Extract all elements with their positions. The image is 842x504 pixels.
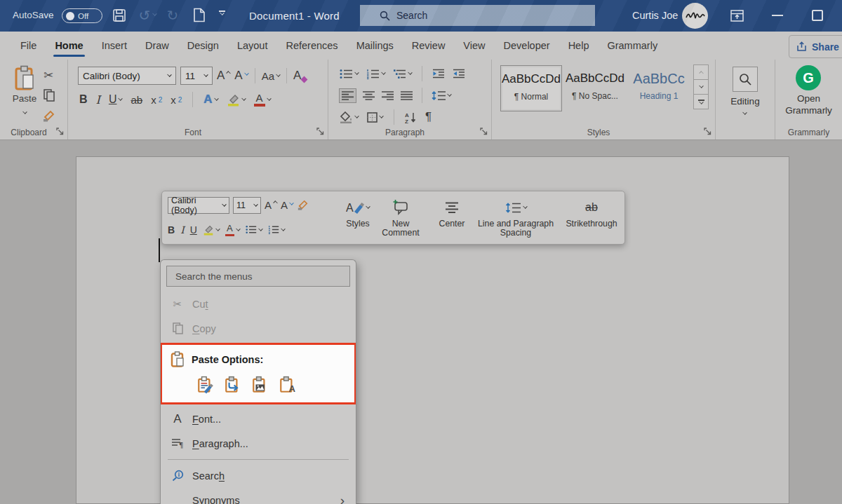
styles-scroll-up-button[interactable] — [693, 64, 709, 80]
mini-new-comment-button[interactable]: New Comment — [375, 196, 426, 241]
customize-qat-button[interactable] — [219, 11, 225, 15]
new-document-button[interactable] — [191, 6, 208, 23]
justify-button[interactable] — [401, 91, 413, 100]
borders-button[interactable] — [367, 112, 383, 123]
redo-button[interactable]: ↻ — [164, 7, 181, 24]
italic-button[interactable]: I — [96, 93, 100, 107]
paste-keep-text-only-button[interactable]: A — [279, 376, 297, 394]
mini-center-button[interactable]: Center — [433, 196, 471, 241]
menu-item-paragraph[interactable]: ¶ Paragraph... — [161, 431, 356, 456]
font-color-button[interactable]: A — [254, 93, 271, 107]
cut-button[interactable]: ✂ — [44, 68, 53, 83]
paragraph-dialog-launcher[interactable] — [480, 128, 488, 135]
mini-font-size-combo[interactable]: 11 — [233, 197, 261, 214]
mini-strikethrough-button[interactable]: ab Strikethrough — [561, 196, 622, 241]
style-normal[interactable]: AaBbCcDd ¶ Normal — [500, 65, 562, 111]
bullets-button[interactable] — [340, 69, 359, 79]
paste-keep-source-formatting-button[interactable] — [196, 376, 215, 394]
menu-item-font[interactable]: A Font... — [161, 407, 356, 431]
tab-design[interactable]: Design — [178, 32, 228, 60]
avatar[interactable] — [682, 3, 708, 29]
tab-draw[interactable]: Draw — [136, 32, 178, 60]
mini-numbering-button[interactable] — [268, 225, 285, 234]
clear-formatting-button[interactable]: A — [293, 69, 307, 83]
menu-item-search[interactable]: Search — [161, 463, 356, 488]
tab-developer[interactable]: Developer — [495, 32, 559, 60]
mini-font-color-button[interactable]: A — [225, 223, 240, 237]
paste-merge-formatting-button[interactable] — [224, 376, 242, 394]
align-left-button[interactable] — [340, 89, 356, 102]
mini-font-name-combo[interactable]: Calibri (Body) — [168, 197, 229, 214]
mini-grow-font-button[interactable]: A — [265, 199, 277, 211]
font-size-combo[interactable]: 11 — [180, 67, 213, 85]
superscript-button[interactable]: x2 — [171, 94, 182, 106]
editing-button[interactable] — [733, 67, 758, 92]
align-center-button[interactable] — [363, 91, 375, 100]
show-hide-marks-button[interactable]: ¶ — [425, 110, 432, 124]
style-no-spacing[interactable]: AaBbCcDd ¶ No Spac... — [564, 65, 626, 111]
search-input[interactable] — [396, 10, 565, 21]
style-heading1[interactable]: AaBbCc Heading 1 — [628, 65, 690, 111]
strikethrough-button[interactable]: ab — [131, 94, 142, 106]
highlight-color-button[interactable] — [227, 93, 246, 107]
styles-more-button[interactable] — [693, 94, 709, 109]
increase-indent-button[interactable] — [453, 69, 465, 79]
mini-bold-button[interactable]: B — [168, 224, 175, 236]
font-name-combo[interactable]: Calibri (Body) — [78, 67, 176, 85]
text-effects-button[interactable]: A — [203, 93, 218, 107]
mini-line-spacing-button[interactable]: Line and Paragraph Spacing — [471, 196, 561, 241]
shrink-font-button[interactable]: A — [234, 69, 248, 83]
search-box[interactable] — [360, 5, 595, 26]
paste-button[interactable]: Paste — [8, 65, 41, 116]
undo-chevron-icon[interactable] — [152, 11, 157, 16]
subscript-button[interactable]: x2 — [151, 94, 162, 106]
shading-button[interactable] — [340, 111, 359, 123]
open-grammarly-button-line2[interactable]: Grammarly — [775, 105, 842, 116]
open-grammarly-button[interactable]: Open — [775, 93, 842, 104]
sort-button[interactable]: AZ — [405, 111, 417, 123]
mini-bullets-button[interactable] — [246, 225, 262, 234]
tab-grammarly[interactable]: Grammarly — [598, 32, 667, 60]
format-painter-button[interactable] — [42, 110, 55, 123]
numbering-button[interactable] — [366, 69, 385, 79]
autosave-toggle[interactable]: Off — [62, 8, 102, 23]
line-spacing-button[interactable] — [432, 90, 451, 101]
menu-search-input[interactable] — [166, 266, 350, 287]
maximize-button[interactable] — [812, 10, 823, 21]
tab-view[interactable]: View — [454, 32, 494, 60]
ribbon-display-options-button[interactable] — [730, 8, 744, 23]
minimize-button[interactable] — [772, 15, 783, 16]
save-button[interactable] — [111, 7, 128, 24]
align-right-button[interactable] — [382, 91, 394, 100]
grammarly-icon[interactable]: G — [796, 65, 821, 90]
change-case-button[interactable]: Aa — [262, 70, 280, 82]
tab-layout[interactable]: Layout — [228, 32, 277, 60]
tab-review[interactable]: Review — [403, 32, 455, 60]
tab-help[interactable]: Help — [559, 32, 599, 60]
underline-button[interactable]: U — [109, 93, 123, 106]
tab-home[interactable]: Home — [46, 32, 92, 60]
menu-item-synonyms[interactable]: Synonyms › — [161, 488, 356, 504]
mini-shrink-font-button[interactable]: A — [281, 199, 293, 211]
undo-button[interactable]: ↺ — [136, 7, 153, 24]
mini-format-painter-button[interactable] — [297, 200, 309, 211]
tab-references[interactable]: References — [276, 32, 347, 60]
paste-picture-button[interactable] — [251, 376, 269, 394]
mini-underline-button[interactable]: U — [190, 224, 197, 236]
grow-font-button[interactable]: A — [217, 69, 230, 83]
copy-button[interactable] — [44, 89, 55, 102]
font-dialog-launcher[interactable] — [316, 128, 324, 135]
styles-dialog-launcher[interactable] — [704, 128, 711, 135]
mini-styles-button[interactable]: A Styles — [340, 196, 375, 241]
bold-button[interactable]: B — [79, 93, 88, 106]
clipboard-dialog-launcher[interactable] — [56, 128, 64, 135]
tab-file[interactable]: File — [11, 32, 46, 60]
tab-insert[interactable]: Insert — [93, 32, 136, 60]
multilevel-list-button[interactable] — [393, 69, 412, 79]
decrease-indent-button[interactable] — [432, 69, 445, 79]
mini-highlight-button[interactable] — [203, 224, 220, 236]
tab-mailings[interactable]: Mailings — [347, 32, 403, 60]
share-button[interactable]: Share — [789, 35, 842, 58]
styles-scroll-down-button[interactable] — [693, 79, 709, 95]
mini-italic-button[interactable]: I — [180, 224, 185, 236]
